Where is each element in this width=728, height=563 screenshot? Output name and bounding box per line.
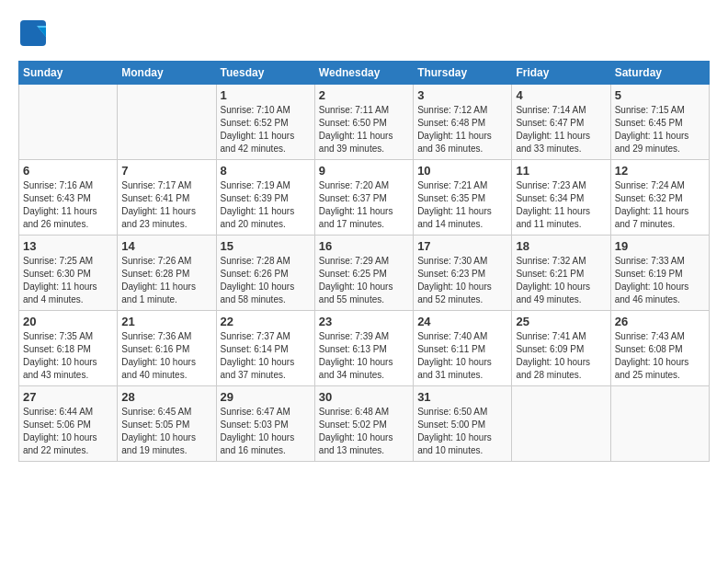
day-detail: Sunrise: 7:23 AM Sunset: 6:34 PM Dayligh…: [516, 179, 606, 231]
day-number: 26: [615, 315, 705, 328]
day-number: 11: [516, 164, 606, 178]
calendar-cell: 2Sunrise: 7:11 AM Sunset: 6:50 PM Daylig…: [314, 85, 413, 160]
calendar-cell: 27Sunrise: 6:44 AM Sunset: 5:06 PM Dayli…: [19, 386, 118, 462]
calendar-cell: 13Sunrise: 7:25 AM Sunset: 6:30 PM Dayli…: [19, 236, 118, 311]
calendar-cell: [512, 386, 610, 462]
logo-icon: [18, 18, 48, 52]
logo: [18, 18, 51, 52]
calendar-cell: [610, 386, 709, 462]
day-detail: Sunrise: 6:44 AM Sunset: 5:06 PM Dayligh…: [23, 406, 113, 457]
calendar-cell: 17Sunrise: 7:30 AM Sunset: 6:23 PM Dayli…: [414, 236, 512, 311]
day-number: 25: [516, 315, 606, 328]
day-number: 23: [319, 315, 409, 328]
day-number: 22: [221, 315, 311, 328]
calendar-cell: 3Sunrise: 7:12 AM Sunset: 6:48 PM Daylig…: [414, 85, 512, 160]
day-detail: Sunrise: 7:24 AM Sunset: 6:32 PM Dayligh…: [615, 179, 705, 231]
calendar-cell: 14Sunrise: 7:26 AM Sunset: 6:28 PM Dayli…: [118, 236, 216, 311]
day-detail: Sunrise: 7:26 AM Sunset: 6:28 PM Dayligh…: [121, 255, 211, 306]
day-detail: Sunrise: 6:45 AM Sunset: 5:05 PM Dayligh…: [121, 406, 211, 457]
calendar-cell: 19Sunrise: 7:33 AM Sunset: 6:19 PM Dayli…: [610, 236, 709, 311]
day-number: 19: [615, 239, 705, 253]
day-detail: Sunrise: 7:17 AM Sunset: 6:41 PM Dayligh…: [121, 179, 211, 231]
day-detail: Sunrise: 7:30 AM Sunset: 6:23 PM Dayligh…: [417, 255, 507, 306]
calendar-cell: 1Sunrise: 7:10 AM Sunset: 6:52 PM Daylig…: [216, 85, 314, 160]
day-detail: Sunrise: 7:15 AM Sunset: 6:45 PM Dayligh…: [615, 104, 705, 155]
calendar-cell: 31Sunrise: 6:50 AM Sunset: 5:00 PM Dayli…: [414, 386, 512, 462]
day-detail: Sunrise: 7:40 AM Sunset: 6:11 PM Dayligh…: [417, 330, 507, 382]
day-detail: Sunrise: 7:28 AM Sunset: 6:26 PM Dayligh…: [221, 255, 311, 306]
day-number: 17: [417, 239, 507, 253]
calendar-cell: 20Sunrise: 7:35 AM Sunset: 6:18 PM Dayli…: [19, 311, 118, 386]
day-number: 2: [319, 88, 409, 102]
day-number: 13: [23, 239, 113, 253]
day-number: 3: [417, 88, 507, 102]
day-detail: Sunrise: 7:12 AM Sunset: 6:48 PM Dayligh…: [417, 104, 507, 155]
page-header: [18, 18, 710, 52]
calendar-cell: 25Sunrise: 7:41 AM Sunset: 6:09 PM Dayli…: [512, 311, 610, 386]
day-detail: Sunrise: 6:48 AM Sunset: 5:02 PM Dayligh…: [319, 406, 409, 457]
day-detail: Sunrise: 7:43 AM Sunset: 6:08 PM Dayligh…: [615, 330, 705, 382]
calendar-cell: 26Sunrise: 7:43 AM Sunset: 6:08 PM Dayli…: [610, 311, 709, 386]
weekday-header-wednesday: Wednesday: [314, 62, 413, 85]
day-number: 1: [221, 88, 311, 102]
day-detail: Sunrise: 7:29 AM Sunset: 6:25 PM Dayligh…: [319, 255, 409, 306]
day-detail: Sunrise: 7:35 AM Sunset: 6:18 PM Dayligh…: [23, 330, 113, 382]
weekday-header-thursday: Thursday: [414, 62, 512, 85]
calendar-cell: 21Sunrise: 7:36 AM Sunset: 6:16 PM Dayli…: [118, 311, 216, 386]
calendar-cell: 23Sunrise: 7:39 AM Sunset: 6:13 PM Dayli…: [314, 311, 413, 386]
calendar-table: SundayMondayTuesdayWednesdayThursdayFrid…: [18, 61, 710, 462]
calendar-cell: 12Sunrise: 7:24 AM Sunset: 6:32 PM Dayli…: [610, 160, 709, 236]
calendar-cell: 30Sunrise: 6:48 AM Sunset: 5:02 PM Dayli…: [314, 386, 413, 462]
day-detail: Sunrise: 7:10 AM Sunset: 6:52 PM Dayligh…: [221, 104, 311, 155]
calendar-cell: 4Sunrise: 7:14 AM Sunset: 6:47 PM Daylig…: [512, 85, 610, 160]
day-number: 24: [417, 315, 507, 328]
calendar-cell: 15Sunrise: 7:28 AM Sunset: 6:26 PM Dayli…: [216, 236, 314, 311]
weekday-header-monday: Monday: [118, 62, 216, 85]
calendar-cell: 7Sunrise: 7:17 AM Sunset: 6:41 PM Daylig…: [118, 160, 216, 236]
day-number: 27: [23, 390, 113, 404]
calendar-cell: 16Sunrise: 7:29 AM Sunset: 6:25 PM Dayli…: [314, 236, 413, 311]
weekday-header-sunday: Sunday: [19, 62, 118, 85]
day-detail: Sunrise: 7:14 AM Sunset: 6:47 PM Dayligh…: [516, 104, 606, 155]
day-number: 30: [319, 390, 409, 404]
day-detail: Sunrise: 7:25 AM Sunset: 6:30 PM Dayligh…: [23, 255, 113, 306]
day-detail: Sunrise: 6:50 AM Sunset: 5:00 PM Dayligh…: [417, 406, 507, 457]
day-number: 6: [23, 164, 113, 178]
day-number: 14: [121, 239, 211, 253]
day-number: 15: [221, 239, 311, 253]
day-detail: Sunrise: 7:11 AM Sunset: 6:50 PM Dayligh…: [319, 104, 409, 155]
day-detail: Sunrise: 7:33 AM Sunset: 6:19 PM Dayligh…: [615, 255, 705, 306]
calendar-week-2: 6Sunrise: 7:16 AM Sunset: 6:43 PM Daylig…: [19, 160, 710, 236]
day-number: 12: [615, 164, 705, 178]
calendar-week-4: 20Sunrise: 7:35 AM Sunset: 6:18 PM Dayli…: [19, 311, 710, 386]
calendar-cell: [118, 85, 216, 160]
day-detail: Sunrise: 7:36 AM Sunset: 6:16 PM Dayligh…: [121, 330, 211, 382]
weekday-header-tuesday: Tuesday: [216, 62, 314, 85]
calendar-cell: [19, 85, 118, 160]
calendar-cell: 5Sunrise: 7:15 AM Sunset: 6:45 PM Daylig…: [610, 85, 709, 160]
calendar-cell: 6Sunrise: 7:16 AM Sunset: 6:43 PM Daylig…: [19, 160, 118, 236]
calendar-cell: 18Sunrise: 7:32 AM Sunset: 6:21 PM Dayli…: [512, 236, 610, 311]
calendar-cell: 22Sunrise: 7:37 AM Sunset: 6:14 PM Dayli…: [216, 311, 314, 386]
day-detail: Sunrise: 7:16 AM Sunset: 6:43 PM Dayligh…: [23, 179, 113, 231]
day-detail: Sunrise: 7:19 AM Sunset: 6:39 PM Dayligh…: [221, 179, 311, 231]
day-detail: Sunrise: 7:39 AM Sunset: 6:13 PM Dayligh…: [319, 330, 409, 382]
svg-rect-0: [20, 20, 46, 46]
day-number: 4: [516, 88, 606, 102]
day-detail: Sunrise: 7:37 AM Sunset: 6:14 PM Dayligh…: [221, 330, 311, 382]
day-detail: Sunrise: 7:21 AM Sunset: 6:35 PM Dayligh…: [417, 179, 507, 231]
calendar-week-1: 1Sunrise: 7:10 AM Sunset: 6:52 PM Daylig…: [19, 85, 710, 160]
calendar-cell: 8Sunrise: 7:19 AM Sunset: 6:39 PM Daylig…: [216, 160, 314, 236]
day-detail: Sunrise: 7:20 AM Sunset: 6:37 PM Dayligh…: [319, 179, 409, 231]
calendar-cell: 24Sunrise: 7:40 AM Sunset: 6:11 PM Dayli…: [414, 311, 512, 386]
day-number: 18: [516, 239, 606, 253]
calendar-cell: 11Sunrise: 7:23 AM Sunset: 6:34 PM Dayli…: [512, 160, 610, 236]
day-number: 7: [121, 164, 211, 178]
day-detail: Sunrise: 7:32 AM Sunset: 6:21 PM Dayligh…: [516, 255, 606, 306]
day-number: 28: [121, 390, 211, 404]
day-number: 8: [221, 164, 311, 178]
day-number: 21: [121, 315, 211, 328]
day-number: 9: [319, 164, 409, 178]
weekday-header-friday: Friday: [512, 62, 610, 85]
day-number: 16: [319, 239, 409, 253]
